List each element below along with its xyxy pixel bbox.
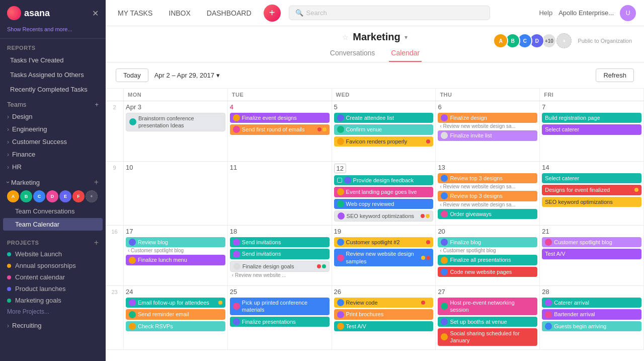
sidebar-item-team-calendar[interactable]: Team Calendar [3, 218, 103, 231]
avatar-add-btn[interactable]: + [86, 190, 98, 202]
task-finalize-design-goals[interactable]: Finalize design goals [230, 261, 330, 272]
day-num-11: 11 [230, 164, 330, 171]
task-seo-2[interactable]: SEO keyword optimizations [542, 197, 641, 207]
task-print-brochures[interactable]: Print brochures [334, 309, 434, 319]
project-item-content-calendar[interactable]: Content calendar [0, 271, 106, 283]
project-item-marketing-goals[interactable]: Marketing goals [0, 295, 106, 306]
task-order-giveaways[interactable]: Order giveaways [438, 209, 537, 219]
task-caterer-arrival[interactable]: Caterer arrival [542, 298, 641, 308]
sidebar-item-recruiting[interactable]: Recruiting [0, 319, 106, 332]
project-item-website-launch[interactable]: Website Launch [0, 248, 106, 260]
dot-red [426, 240, 430, 244]
task-finalize-event-designs[interactable]: Finalize event designs [230, 113, 330, 123]
search-bar[interactable]: 🔍 Search [289, 6, 490, 20]
more-projects-link[interactable]: More Projects... [0, 306, 106, 317]
task-finalize-presentations-2[interactable]: Finalize presentations [230, 317, 330, 327]
asana-logo-icon [7, 6, 21, 20]
day-num-apr3: Apr 3 [126, 103, 225, 111]
add-task-button[interactable]: + [264, 5, 281, 22]
sidebar-item-finance[interactable]: Finance [0, 148, 106, 161]
task-send-invitations-1[interactable]: Send invitations [230, 237, 330, 247]
task-designs-finalized[interactable]: Designs for event finalized [542, 185, 641, 195]
task-avatar [129, 299, 136, 306]
projects-header: PROJECTS + [0, 235, 106, 248]
dot-yellow [218, 301, 222, 305]
marketing-add-icon[interactable]: + [94, 178, 99, 187]
sidebar-item-hr[interactable]: HR [0, 161, 106, 173]
sidebar-item-design[interactable]: Design [0, 110, 106, 123]
task-customer-spotlight-2[interactable]: Customer spotlight #2 [334, 237, 434, 247]
task-review-top3-2[interactable]: Review top 3 designs [438, 191, 537, 201]
org-label[interactable]: Apollo Enterprise... [558, 9, 614, 17]
task-confirm-venue[interactable]: Confirm venue [334, 124, 434, 134]
tab-conversations[interactable]: Conversations [328, 46, 377, 62]
my-tasks-nav[interactable]: MY TASKS [114, 7, 156, 19]
task-finalize-all-presentations[interactable]: Finalize all presentations [438, 255, 537, 265]
task-host-networking[interactable]: Host pre-event networking session [438, 298, 537, 315]
task-event-landing[interactable]: Event landing page goes live [334, 187, 434, 197]
sidebar-item-recently-completed[interactable]: Recently Completed Tasks [3, 83, 103, 96]
task-avatar [337, 200, 344, 207]
task-brainstorm[interactable]: Brainstorm conference presentation Ideas [126, 113, 225, 131]
task-code-new-pages[interactable]: Code new website pages [438, 267, 537, 277]
star-icon[interactable]: ☆ [342, 33, 349, 41]
task-send-first-round[interactable]: Send first round of emails [230, 124, 330, 134]
sidebar-item-engineering[interactable]: Engineering [0, 123, 106, 135]
task-review-blog[interactable]: Review blog [126, 237, 225, 247]
task-seo-1[interactable]: SEO keyword optimizations [334, 210, 434, 222]
task-finalize-design-1[interactable]: Finalize design [438, 113, 537, 123]
project-avatar-add[interactable]: + [556, 33, 572, 48]
dashboard-nav[interactable]: DASHBOARD [203, 7, 256, 19]
day-num-10: 10 [126, 164, 225, 171]
task-build-reg[interactable]: Build registration page [542, 113, 641, 123]
help-button[interactable]: Help [539, 9, 552, 17]
sidebar-item-tasks-assigned[interactable]: Tasks Assigned to Others [3, 68, 103, 82]
task-setup-booths[interactable]: Set up booths at venue [438, 317, 537, 327]
task-review-new-website[interactable]: Review new website design samples [334, 249, 434, 266]
date-range[interactable]: Apr 2 – Apr 29, 2017 ▾ [154, 71, 220, 79]
task-test-av[interactable]: Test A/V [542, 249, 641, 259]
task-avatar [441, 132, 448, 139]
task-guests-arriving[interactable]: Guests begin arriving [542, 321, 641, 331]
task-favicon[interactable]: Favicon renders properly [334, 136, 434, 147]
sidebar-item-tasks-created[interactable]: Tasks I've Created [3, 53, 103, 67]
marketing-header[interactable]: Marketing + [0, 175, 106, 189]
task-bartender-arrival[interactable]: Bartender arrival [542, 309, 641, 319]
task-avatar [129, 311, 136, 318]
task-provide-design-feedback[interactable]: Provide design feedback [334, 175, 434, 185]
task-avatar [337, 299, 344, 306]
task-review-top3-1[interactable]: Review top 3 designs [438, 173, 537, 183]
task-select-caterer-1[interactable]: Select caterer [542, 124, 641, 134]
user-avatar[interactable]: U [620, 5, 636, 21]
task-create-attendee[interactable]: Create attendee list [334, 113, 434, 123]
task-test-av-2[interactable]: Test A/V [334, 321, 434, 331]
sidebar-item-customer-success[interactable]: Customer Success [0, 135, 106, 148]
task-send-invitations-2[interactable]: Send invitations [230, 249, 330, 259]
teams-section-header[interactable]: Teams + [0, 97, 106, 110]
task-select-caterer-2[interactable]: Select caterer [542, 173, 641, 183]
cal-day-27: 27 Host pre-event networking session Set… [436, 286, 540, 349]
projects-add-icon[interactable]: + [94, 238, 99, 247]
inbox-nav[interactable]: INBOX [165, 7, 195, 19]
task-social-sharing[interactable]: Social sharing scheduled for January [438, 328, 537, 346]
today-button[interactable]: Today [116, 68, 148, 82]
task-review-code[interactable]: Review code [334, 298, 434, 308]
task-finalize-lunch[interactable]: Finalize lunch menu [126, 255, 225, 265]
tab-calendar[interactable]: Calendar [389, 46, 422, 62]
project-item-annual-sponsorships[interactable]: Annual sponsorships [0, 260, 106, 271]
refresh-button[interactable]: Refresh [596, 68, 634, 82]
task-send-reminder[interactable]: Send reminder email [126, 309, 225, 319]
task-web-copy[interactable]: Web copy reviewed [334, 199, 434, 209]
task-finalize-invite[interactable]: Finalize invite list [438, 130, 537, 140]
task-pickup-materials[interactable]: Pick up printed conference materials [230, 298, 330, 315]
task-email-followup[interactable]: Email follow-up for attendees [126, 298, 225, 308]
show-recents-link[interactable]: Show Recents and more... [0, 26, 106, 36]
task-finalize-blog[interactable]: Finalize blog [438, 237, 537, 247]
close-icon[interactable]: ✕ [92, 9, 99, 18]
task-customer-spotlight-blog[interactable]: Customer spotlight blog [542, 237, 641, 247]
project-title-chevron[interactable]: ▾ [405, 34, 408, 41]
task-check-rsvps[interactable]: Check RSVPs [126, 321, 225, 331]
teams-add-icon[interactable]: + [95, 101, 99, 108]
project-item-product-launches[interactable]: Product launches [0, 283, 106, 295]
sidebar-item-team-conversations[interactable]: Team Conversations [3, 205, 103, 218]
